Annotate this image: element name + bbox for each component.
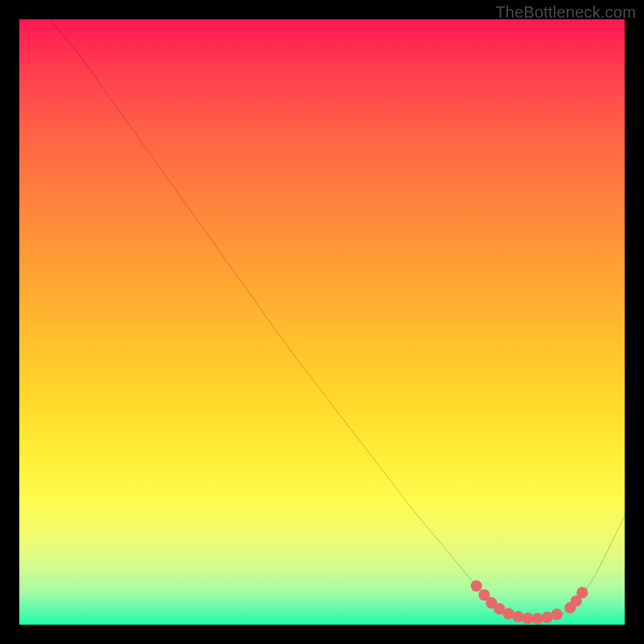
marker-dot	[576, 587, 588, 598]
marker-dot	[551, 609, 563, 620]
marker-dot	[532, 613, 543, 624]
marker-dot	[471, 580, 482, 592]
curve-group	[50, 19, 625, 619]
bottleneck-curve	[50, 19, 625, 619]
chart-svg	[19, 19, 625, 625]
optimal-range-markers	[471, 580, 588, 625]
plot-area	[19, 19, 625, 625]
marker-dot	[513, 611, 524, 622]
attribution-text: TheBottleneck.com	[495, 3, 636, 22]
chart-frame: TheBottleneck.com	[0, 0, 644, 644]
